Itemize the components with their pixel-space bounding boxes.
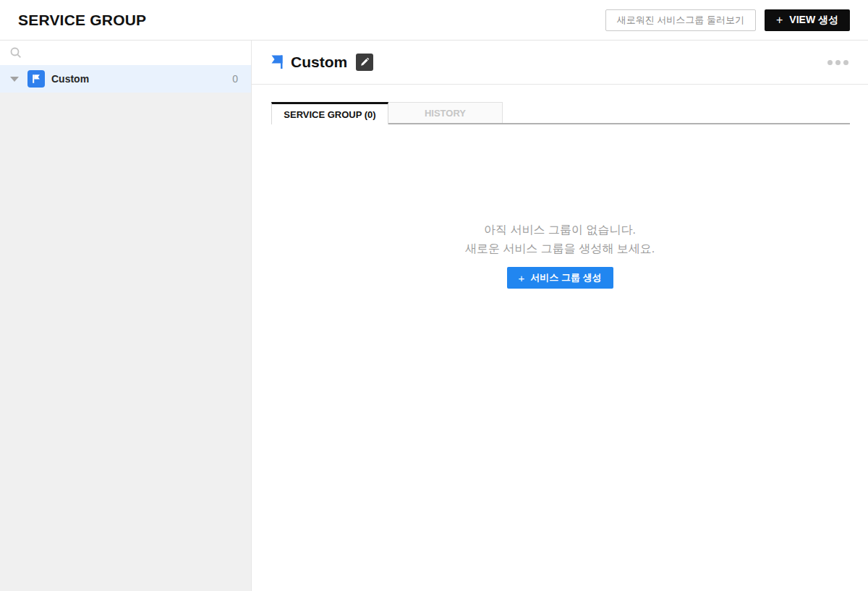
sidebar-search-bar[interactable] bbox=[0, 41, 251, 65]
create-service-group-button[interactable]: + 서비스 그룹 생성 bbox=[507, 267, 613, 289]
topbar-actions: 새로워진 서비스그룹 둘러보기 + VIEW 생성 bbox=[605, 9, 850, 31]
tab-service-group[interactable]: SERVICE GROUP (0) bbox=[271, 102, 388, 124]
tour-button[interactable]: 새로워진 서비스그룹 둘러보기 bbox=[605, 9, 756, 31]
view-create-label: VIEW 생성 bbox=[789, 14, 838, 27]
flag-icon bbox=[270, 54, 284, 70]
sidebar-item-custom[interactable]: Custom 0 bbox=[0, 65, 251, 93]
topbar: SERVICE GROUP 새로워진 서비스그룹 둘러보기 + VIEW 생성 bbox=[0, 0, 868, 41]
create-service-group-label: 서비스 그룹 생성 bbox=[530, 271, 601, 284]
tabstrip: SERVICE GROUP (0) HISTORY bbox=[271, 102, 850, 124]
edit-button[interactable] bbox=[356, 54, 373, 71]
ellipsis-icon bbox=[835, 60, 841, 65]
search-icon bbox=[10, 47, 22, 59]
empty-state-line2: 새로운 서비스 그룹을 생성해 보세요. bbox=[465, 239, 655, 258]
more-options-button[interactable] bbox=[826, 57, 850, 68]
pencil-icon bbox=[359, 57, 370, 67]
layout: Custom 0 Custom SE bbox=[0, 41, 868, 591]
sidebar-item-label: Custom bbox=[51, 73, 89, 85]
main-content: Custom SERVICE GROUP (0) HISTORY 아직 서비스 … bbox=[252, 41, 868, 591]
plus-icon: + bbox=[519, 273, 525, 284]
plus-icon: + bbox=[776, 14, 783, 26]
tab-history[interactable]: HISTORY bbox=[388, 102, 503, 124]
page-title: SERVICE GROUP bbox=[18, 12, 146, 29]
chevron-down-icon[interactable] bbox=[10, 77, 19, 82]
flag-icon bbox=[27, 70, 45, 88]
group-title: Custom bbox=[291, 54, 347, 71]
sidebar-item-count: 0 bbox=[232, 73, 238, 85]
group-header: Custom bbox=[252, 41, 868, 85]
empty-state-line1: 아직 서비스 그룹이 없습니다. bbox=[484, 221, 636, 239]
ellipsis-icon bbox=[827, 60, 833, 65]
sidebar: Custom 0 bbox=[0, 41, 252, 591]
empty-state: 아직 서비스 그룹이 없습니다. 새로운 서비스 그룹을 생성해 보세요. + … bbox=[252, 221, 868, 289]
view-create-button[interactable]: + VIEW 생성 bbox=[765, 9, 850, 31]
sidebar-empty-area bbox=[0, 93, 251, 591]
ellipsis-icon bbox=[843, 60, 848, 65]
